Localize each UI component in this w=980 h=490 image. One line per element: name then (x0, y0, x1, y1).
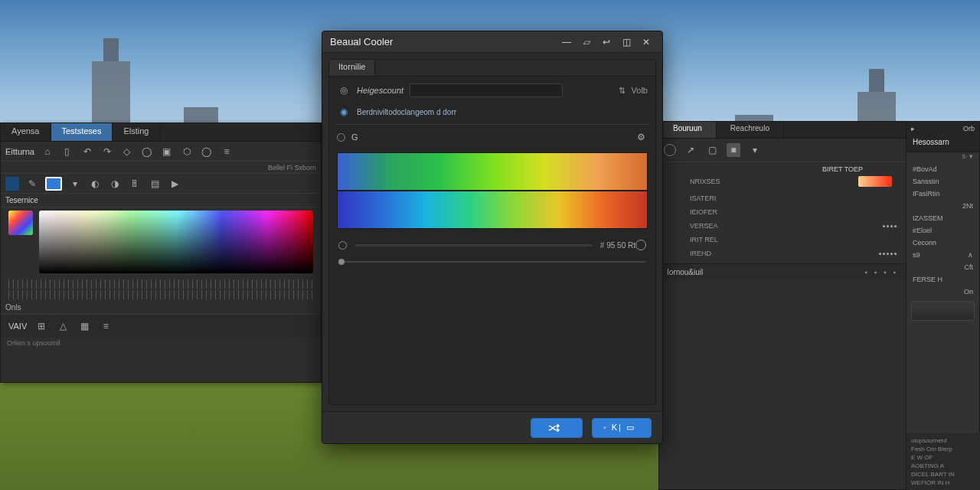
window-title: Beaual Cooler (330, 36, 393, 47)
section-label-2: Tesernice (5, 196, 38, 204)
group-header: BIRET TOEP (659, 162, 906, 175)
footer-tool-a[interactable]: ⊞ (34, 319, 48, 333)
footer-tool-d[interactable]: ≡ (99, 319, 113, 333)
doc-icon[interactable]: ▯ (60, 145, 74, 158)
field-label: Heigescount (357, 86, 403, 95)
value-ruler-bottom (8, 290, 313, 299)
preview-thumb[interactable] (911, 301, 975, 321)
gradient-chip[interactable] (858, 176, 892, 187)
footer-tool-c[interactable]: ▦ (77, 319, 91, 333)
side-row[interactable]: irEloel (906, 224, 979, 237)
hue-gradient[interactable] (337, 152, 648, 229)
mode-label: VAIV (8, 322, 27, 331)
back-button[interactable]: ↩ (598, 34, 615, 51)
side-tab-label[interactable]: Orb (963, 125, 975, 132)
box-icon[interactable]: ▢ (705, 143, 719, 157)
side-row[interactable]: On (906, 286, 979, 298)
right-properties-panel: Bouruun Reachreulo ↗ ▢ ■ ▾ BIRET TOEP NR… (658, 121, 980, 490)
left-section-header: Eitturna ⌂ ▯ ↶ ↷ ◇ ◯ ▣ ⬡ ◯ ≡ (1, 142, 321, 162)
tool-c[interactable]: ▤ (148, 177, 162, 191)
list-item-label: IRIT REL (690, 236, 718, 243)
swatch-selected[interactable] (45, 177, 62, 191)
saturation-picker[interactable] (39, 211, 313, 273)
list-item-label: NRIXSES (690, 178, 720, 185)
rp-tab-0[interactable]: Bouruun (659, 122, 717, 138)
list-item-label: IREHD (690, 250, 711, 257)
ok-button[interactable] (531, 418, 583, 438)
shape-preview[interactable] (664, 144, 676, 156)
sliders-icon[interactable]: 🎚 (128, 177, 142, 191)
console-output: olopsoornerdFesh Om BierpE W OFAOBTING A… (906, 433, 980, 490)
side-row[interactable]: Cft (906, 261, 979, 273)
gradient-swatch[interactable] (8, 211, 33, 235)
hint-text: Bellel Fi Sxborn (268, 164, 316, 172)
fill-icon[interactable]: ■ (727, 143, 740, 157)
fine-slider[interactable] (338, 261, 646, 263)
list-item-label: IEIOFER (690, 208, 717, 216)
shuffle-icon (548, 423, 560, 433)
status-text: Orlien s opsoumil (1, 338, 321, 348)
target-icon[interactable]: ◎ (337, 83, 351, 97)
eyedropper-icon[interactable]: ✎ (25, 177, 39, 191)
home-icon[interactable]: ⌂ (41, 145, 54, 158)
side-row[interactable]: #BovAd (906, 163, 979, 175)
range-track[interactable] (354, 244, 593, 247)
range-radio[interactable] (338, 241, 347, 250)
left-tools-panel: Ayensa Teststeses Elsting Eitturna ⌂ ▯ ↶… (0, 122, 322, 383)
swatch-view (1, 207, 321, 278)
pin-button[interactable]: ◫ (618, 34, 635, 51)
side-row[interactable]: IZASSEM (906, 212, 979, 224)
list-item-label: VERSEA (690, 222, 718, 230)
value-ruler-top (8, 279, 313, 289)
play-icon[interactable]: ▶ (168, 177, 181, 191)
chevron-down-icon[interactable]: ▾ (748, 143, 762, 157)
target-input[interactable] (410, 83, 563, 97)
redo-icon[interactable]: ↷ (100, 145, 114, 158)
side-row[interactable]: FERSE H (906, 273, 979, 286)
tool-a[interactable]: ◐ (88, 177, 102, 191)
cube-icon[interactable]: ◇ (120, 145, 134, 158)
rp-tab-1[interactable]: Reachreulo (717, 122, 784, 138)
side-row[interactable]: Sansstin (906, 175, 979, 188)
layers-icon[interactable]: ▣ (160, 145, 174, 158)
apply-button[interactable]: ◦ K| ▭ (592, 418, 652, 438)
restore-button[interactable]: ▱ (578, 34, 595, 51)
brush-icon[interactable]: ▾ (68, 177, 82, 191)
range-readout: # 95 50 Rt (600, 241, 635, 250)
left-panel-footer: VAIV ⊞ △ ▦ ≡ (1, 315, 321, 338)
filter-label: Volb (632, 86, 648, 95)
gear-icon[interactable]: ⚙ (634, 130, 648, 144)
footer-label: Iornou&iuil (667, 268, 703, 276)
list-item-label: ISATERI (690, 194, 716, 202)
arrow-icon[interactable]: ↗ (684, 143, 697, 157)
undo-icon[interactable]: ↶ (80, 145, 94, 158)
side-header: Hesossarn (906, 136, 979, 152)
section-label: Eitturna (5, 147, 34, 156)
range-options[interactable] (635, 240, 646, 250)
link-icon[interactable]: ◉ (337, 105, 351, 119)
minimize-button[interactable]: — (558, 34, 575, 51)
tool-swatch-row: ✎ ▾ ◐ ◑ 🎚 ▤ ▶ (1, 174, 321, 194)
modal-tab[interactable]: Itornilie (329, 60, 375, 76)
hex-icon[interactable]: ⬡ (180, 145, 194, 158)
left-tab-2[interactable]: Elsting (113, 123, 160, 141)
fg-color[interactable] (5, 177, 19, 191)
channel-radio[interactable] (337, 133, 345, 142)
ellipse-icon[interactable]: ◯ (200, 145, 214, 158)
menu-icon[interactable]: ≡ (220, 145, 234, 158)
side-row[interactable]: s9∧ (906, 249, 979, 261)
left-tab-1[interactable]: Teststeses (51, 123, 113, 141)
filter-icon[interactable]: ⇅ (619, 86, 626, 96)
channel-label: G (351, 132, 358, 142)
left-tab-0[interactable]: Ayensa (1, 123, 51, 141)
tool-b[interactable]: ◑ (108, 177, 122, 191)
side-row[interactable]: 2Nt (906, 200, 979, 212)
left-panel-tabs: Ayensa Teststeses Elsting (1, 123, 321, 142)
side-row[interactable]: Ceconn (906, 237, 979, 249)
close-button[interactable]: ✕ (638, 34, 655, 51)
footer-tool-b[interactable]: △ (56, 319, 70, 333)
color-dialog: Beaual Cooler — ▱ ↩ ◫ ✕ Itornilie ◎ Heig… (322, 31, 663, 444)
side-row[interactable]: IFasiRtin (906, 188, 979, 200)
circle-icon[interactable]: ◯ (140, 145, 154, 158)
titlebar[interactable]: Beaual Cooler — ▱ ↩ ◫ ✕ (322, 31, 662, 53)
